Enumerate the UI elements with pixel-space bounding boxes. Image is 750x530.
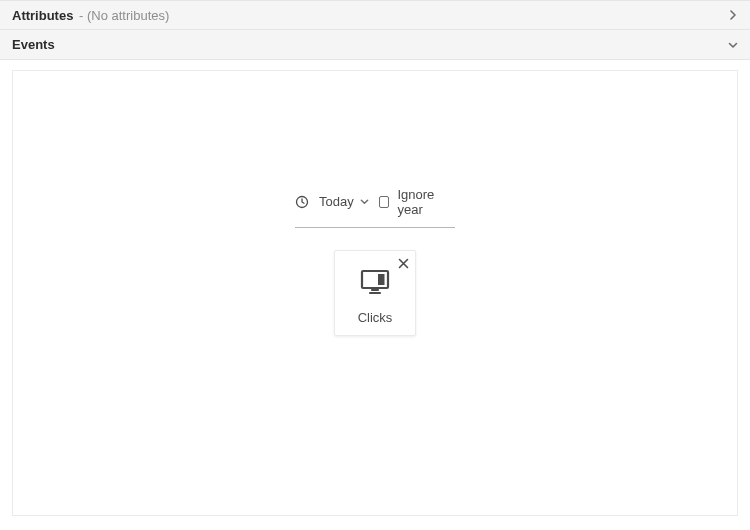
clock-icon [295,195,309,209]
date-range-dropdown[interactable]: Today [319,194,369,209]
events-title: Events [12,37,55,52]
checkbox-icon [379,196,390,208]
date-range-label: Today [319,194,354,209]
monitor-icon [360,269,390,298]
events-canvas-center: Today Ignore year [295,187,455,336]
svg-rect-2 [378,274,385,285]
ignore-year-checkbox[interactable]: Ignore year [379,187,455,217]
events-title-wrap: Events [12,37,55,52]
events-canvas: Today Ignore year [12,70,738,516]
attributes-title: Attributes [12,8,73,23]
event-card-clicks[interactable]: Clicks [334,250,416,336]
page: Attributes - (No attributes) Events [0,0,750,530]
remove-event-button[interactable] [398,257,409,272]
attributes-subtitle: - (No attributes) [79,8,169,23]
date-controls-row: Today Ignore year [295,187,455,228]
chevron-right-icon [728,10,738,20]
event-card-label: Clicks [358,310,393,325]
chevron-down-icon [728,40,738,50]
ignore-year-label: Ignore year [397,187,455,217]
chevron-down-icon [360,194,369,209]
attributes-title-wrap: Attributes - (No attributes) [12,8,169,23]
attributes-section-header[interactable]: Attributes - (No attributes) [0,0,750,30]
events-body: Today Ignore year [0,60,750,530]
events-section-header[interactable]: Events [0,30,750,60]
close-icon [398,258,409,269]
